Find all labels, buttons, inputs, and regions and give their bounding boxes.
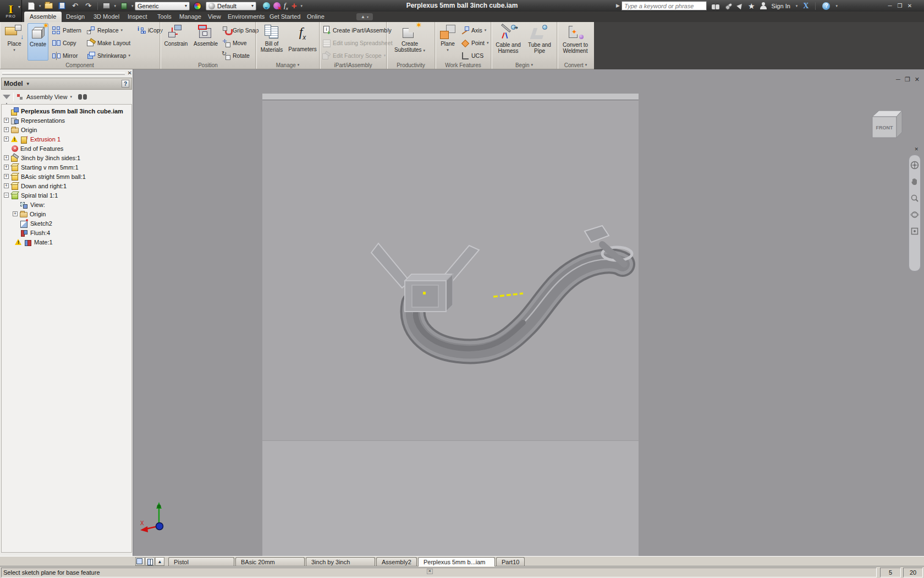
tab-tools[interactable]: Tools — [152, 12, 177, 22]
expander[interactable]: + — [4, 165, 9, 170]
doc-tab-part10[interactable]: Part10 — [496, 557, 525, 566]
save-icon[interactable] — [57, 2, 67, 10]
doc-tab-perplexus[interactable]: Perplexus 5mm b...iam✕ — [418, 557, 495, 566]
tree-item[interactable]: Starting v mm 5mm:1 — [21, 164, 79, 171]
rotate-button[interactable]: Rotate — [222, 50, 250, 61]
ucs-button[interactable]: UCS — [461, 50, 483, 61]
color-wheel-icon[interactable] — [194, 2, 201, 10]
favorites-star-icon[interactable]: ★ — [748, 2, 755, 10]
create-button[interactable]: ✶ Create — [28, 23, 48, 61]
panel-label-begin[interactable]: Begin▾ — [492, 61, 557, 69]
browser-search-icon[interactable] — [78, 94, 87, 100]
help-icon[interactable]: ? — [822, 2, 830, 10]
panel-label-position[interactable]: Position — [161, 61, 255, 69]
panel-label-manage[interactable]: Manage▾ — [256, 61, 319, 69]
panel-label-convert[interactable]: Convert▾ — [558, 61, 593, 69]
expander[interactable]: + — [4, 183, 9, 188]
close-button[interactable]: ✕ — [905, 2, 914, 10]
tab-environments[interactable]: Environments — [222, 12, 270, 22]
tab-close-icon[interactable]: ✕ — [427, 569, 433, 574]
navbar-close-icon[interactable]: ✕ — [914, 146, 919, 152]
create-substitutes-button[interactable]: ✶ Create Substitutes ▾ — [392, 23, 428, 61]
tree-item[interactable]: End of Features — [20, 145, 63, 152]
tree-item[interactable]: Representations — [21, 117, 65, 124]
tree-item[interactable]: Extrusion 1 — [30, 136, 61, 143]
navigation-bar[interactable] — [909, 155, 921, 271]
tree-item-root[interactable]: Perplexus 5mm ball 3inch cube.iam — [21, 108, 123, 114]
expander[interactable]: − — [4, 193, 9, 198]
view-selector[interactable]: Assembly View — [26, 94, 67, 100]
expander[interactable]: + — [4, 137, 9, 141]
expander[interactable]: + — [4, 155, 9, 160]
tree-item[interactable]: BAsic stright 5mm ball:1 — [21, 173, 86, 180]
undo-icon[interactable]: ↶ — [70, 2, 80, 10]
subscription-key-icon[interactable] — [725, 2, 733, 9]
tab-inspect[interactable]: Inspect — [122, 12, 152, 22]
chevron-down-icon[interactable]: ▾ — [70, 95, 72, 99]
tree-item[interactable]: View: — [30, 201, 45, 208]
add-icon[interactable]: + — [292, 2, 297, 10]
cascade-windows-button[interactable] — [135, 557, 145, 566]
minimize-button[interactable]: ─ — [886, 2, 894, 10]
browser-grip[interactable]: ✕ — [0, 70, 134, 77]
grip-snap-button[interactable]: Grip Snap — [222, 25, 258, 36]
communication-center-icon[interactable] — [736, 2, 744, 9]
tree-item[interactable]: Mate:1 — [34, 239, 53, 246]
expander[interactable]: + — [4, 118, 9, 123]
tree-item[interactable]: Origin — [30, 211, 46, 217]
tree-item[interactable]: Spiral trial 1:1 — [21, 192, 58, 199]
tab-design[interactable]: Design — [61, 12, 90, 22]
graphics-viewport[interactable]: ─ ❐ ✕ FRONT ✕ — [135, 69, 924, 556]
doc-style-select[interactable]: Generic▾ — [135, 2, 190, 10]
browser-help-icon[interactable]: ? — [122, 80, 129, 88]
new-file-dropdown-icon[interactable]: ▾ — [39, 4, 41, 8]
tree-item[interactable]: Origin — [21, 127, 37, 133]
expand-tabs-button[interactable]: ▲ — [155, 557, 164, 566]
tree-item[interactable]: 3inch by 3inch sides:1 — [21, 155, 80, 161]
user-icon[interactable] — [760, 2, 767, 9]
restore-button[interactable]: ❐ — [895, 2, 904, 10]
exchange-apps-icon[interactable]: X — [803, 2, 809, 10]
tree-item[interactable]: Sketch2 — [30, 220, 52, 227]
panel-label-productivity[interactable]: Productivity — [387, 61, 435, 69]
point-button[interactable]: Point▾ — [461, 37, 488, 48]
cable-harness-button[interactable]: ➜ Cable andHarness — [493, 23, 524, 61]
appearance-filter-icon[interactable] — [263, 2, 270, 9]
tab-assemble[interactable]: Assemble — [24, 12, 62, 22]
tab-manage[interactable]: Manage — [174, 12, 207, 22]
tab-get-started[interactable]: Get Started — [264, 12, 306, 22]
doc-close-icon[interactable]: ✕ — [915, 76, 920, 83]
copy-button[interactable]: Copy — [52, 37, 76, 48]
plane-button[interactable]: Plane▾ — [437, 23, 459, 61]
mirror-button[interactable]: Mirror — [52, 50, 78, 61]
expander[interactable]: + — [13, 211, 18, 216]
doc-tab-assembly2[interactable]: Assembly2 — [376, 557, 417, 566]
doc-tab-basic-20mm[interactable]: BAsic 20mm streight.ipt — [235, 557, 305, 566]
tile-windows-button[interactable] — [145, 557, 155, 566]
update-icon[interactable] — [119, 2, 129, 10]
tab-3d-model[interactable]: 3D Model — [88, 12, 125, 22]
expand-arrow-icon[interactable]: ▶ — [616, 3, 620, 8]
update-dropdown-icon[interactable]: ▾ — [131, 4, 134, 8]
replace-button[interactable]: Replace▾ — [87, 25, 123, 36]
axis-button[interactable]: Axis▾ — [461, 25, 486, 36]
open-icon[interactable] — [44, 2, 54, 10]
qat-dropdown-icon[interactable]: ▾ — [301, 4, 303, 8]
browser-close-icon[interactable]: ✕ — [128, 70, 132, 76]
move-button[interactable]: Move — [222, 37, 247, 48]
create-ipart-button[interactable]: Create iPart/iAssembly — [322, 25, 392, 36]
ribbon-collapse-button[interactable]: ▲▾ — [356, 13, 373, 20]
new-file-icon[interactable] — [26, 2, 36, 10]
browser-header[interactable]: Model ▼ ? — [1, 78, 132, 90]
filter-icon[interactable] — [3, 95, 10, 99]
doc-minimize-icon[interactable]: ─ — [896, 76, 900, 83]
appearance-select[interactable]: Default▾ — [206, 2, 256, 10]
bill-of-materials-button[interactable]: Bill of Materials — [257, 23, 286, 61]
shrinkwrap-button[interactable]: Shrinkwrap▾ — [87, 50, 130, 61]
convert-weldment-button[interactable]: ✦ Convert toWeldment — [559, 23, 592, 61]
sign-in-button[interactable]: Sign In — [772, 3, 790, 9]
clear-appearance-icon[interactable] — [273, 2, 280, 9]
redo-icon[interactable]: ↷ — [84, 2, 94, 10]
make-layout-button[interactable]: Make Layout — [87, 37, 130, 48]
search-input[interactable] — [622, 3, 706, 9]
